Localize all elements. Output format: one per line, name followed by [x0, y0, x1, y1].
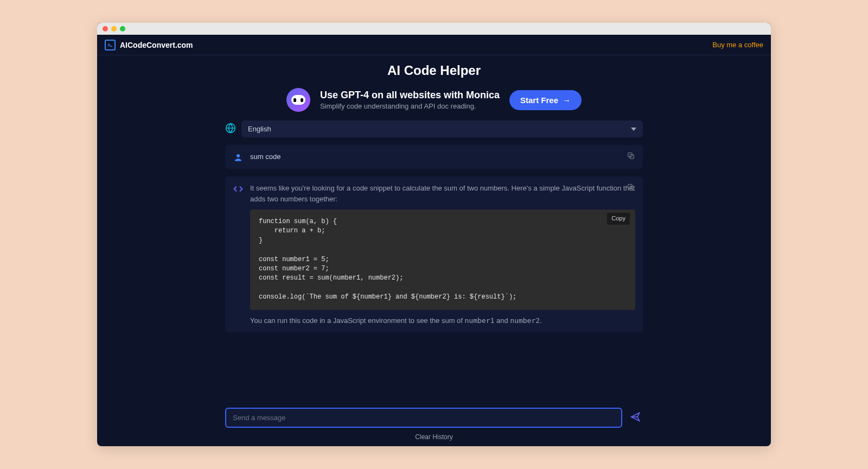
- user-avatar-icon: [233, 151, 244, 162]
- window-minimize-button[interactable]: [111, 26, 117, 31]
- promo-title: Use GPT-4 on all websites with Monica: [320, 90, 500, 101]
- page-title: AI Code Helper: [387, 63, 481, 78]
- start-free-label: Start Free: [520, 96, 558, 105]
- monica-logo-icon: [286, 88, 310, 112]
- assistant-avatar-icon: [233, 183, 244, 326]
- copy-message-button[interactable]: [626, 150, 636, 163]
- app-header: AICodeConvert.com Buy me a coffee: [97, 35, 771, 55]
- assistant-message-card: It seems like you're looking for a code …: [225, 176, 643, 332]
- svg-point-3: [237, 154, 240, 157]
- copy-message-button[interactable]: [626, 182, 636, 194]
- user-message-text: sum code: [250, 151, 635, 162]
- globe-icon: [225, 123, 236, 136]
- browser-window: AICodeConvert.com Buy me a coffee AI Cod…: [97, 23, 771, 446]
- copy-code-button[interactable]: Copy: [607, 213, 630, 225]
- send-icon: [630, 411, 641, 422]
- main-content: AI Code Helper Use GPT-4 on all websites…: [97, 55, 771, 446]
- arrow-right-icon: →: [563, 96, 571, 105]
- promo-banner: Use GPT-4 on all websites with Monica Si…: [281, 85, 587, 115]
- start-free-button[interactable]: Start Free →: [509, 90, 582, 110]
- user-message-card: sum code: [225, 145, 643, 169]
- copy-icon: [627, 183, 635, 192]
- copy-icon: [627, 151, 635, 160]
- brand-text: AICodeConvert.com: [120, 41, 193, 49]
- send-button[interactable]: [628, 409, 643, 426]
- language-row: English: [225, 121, 643, 137]
- main-panel: English sum code: [225, 121, 643, 332]
- window-maximize-button[interactable]: [120, 26, 125, 31]
- footer-area: Clear History: [225, 408, 643, 441]
- brand[interactable]: AICodeConvert.com: [105, 40, 193, 50]
- message-input[interactable]: [225, 408, 622, 428]
- promo-text: Use GPT-4 on all websites with Monica Si…: [320, 90, 500, 110]
- clear-history-link[interactable]: Clear History: [225, 433, 643, 441]
- assistant-outro-text: You can run this code in a JavaScript en…: [250, 316, 542, 325]
- brand-logo-icon: [105, 40, 116, 50]
- window-titlebar: [97, 23, 771, 35]
- code-content: function sum(a, b) { return a + b; } con…: [259, 218, 516, 301]
- code-block: Copyfunction sum(a, b) { return a + b; }…: [250, 210, 635, 310]
- language-select[interactable]: English: [241, 121, 643, 137]
- assistant-intro-text: It seems like you're looking for a code …: [250, 184, 635, 203]
- assistant-message-body: It seems like you're looking for a code …: [250, 183, 635, 326]
- message-input-row: [225, 408, 643, 428]
- buy-coffee-link[interactable]: Buy me a coffee: [712, 41, 763, 49]
- window-close-button[interactable]: [103, 26, 108, 31]
- promo-subtitle: Simplify code understanding and API doc …: [320, 102, 500, 110]
